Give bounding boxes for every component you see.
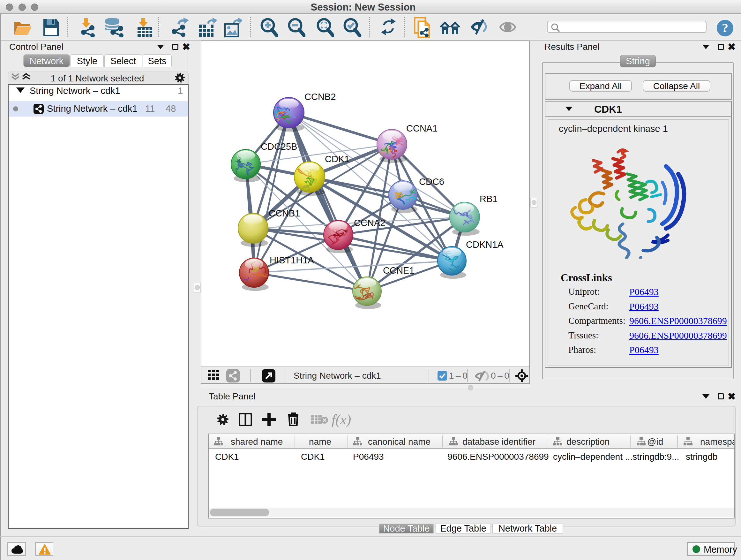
svg-text:CCNE1: CCNE1 — [383, 265, 414, 275]
svg-text:CDK1: CDK1 — [325, 154, 349, 164]
svg-text:CDC6: CDC6 — [419, 177, 444, 187]
svg-text:CCNA1: CCNA1 — [406, 123, 437, 133]
svg-text:CCNB2: CCNB2 — [305, 91, 336, 102]
svg-text:?: ? — [722, 21, 728, 35]
svg-text:CDKN1A: CDKN1A — [466, 240, 503, 250]
svg-text:CCNB1: CCNB1 — [269, 208, 300, 219]
svg-text:HIST1H1A: HIST1H1A — [270, 255, 314, 265]
svg-text:RB1: RB1 — [480, 194, 497, 204]
svg-text:CDC25B: CDC25B — [261, 141, 297, 152]
svg-text:CCNA2: CCNA2 — [354, 218, 385, 228]
